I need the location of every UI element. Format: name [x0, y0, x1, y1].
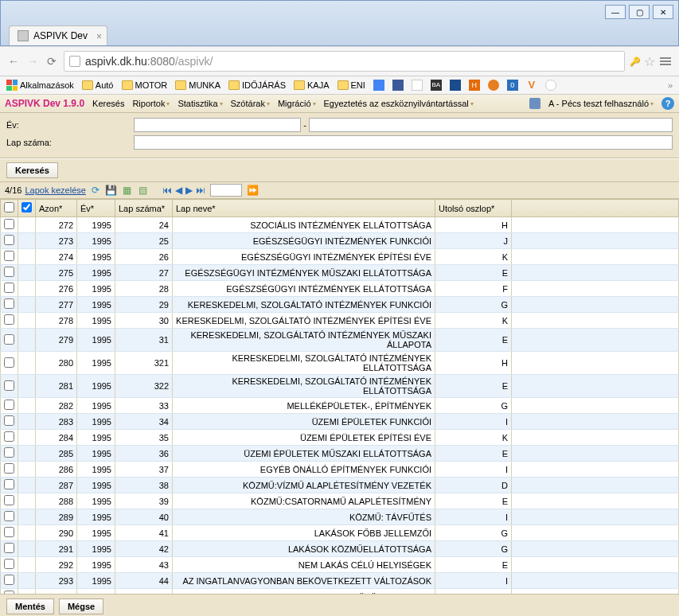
- table-row[interactable]: 293199544AZ INGATLANVAGYONBAN BEKÖVETKEZ…: [1, 573, 679, 589]
- col-ev[interactable]: Év*: [77, 200, 115, 217]
- menu-kereses[interactable]: Keresés: [92, 99, 124, 108]
- ev-from-input[interactable]: [134, 118, 301, 132]
- menu-riportok[interactable]: Riportok▾: [132, 99, 170, 108]
- browser-tab[interactable]: ASPIVK Dev ×: [9, 25, 107, 45]
- bookmark-folder[interactable]: MOTOR: [122, 80, 168, 90]
- address-bar[interactable]: aspivk.dk.hu:8080/aspivk/: [64, 51, 625, 72]
- bm-icon-mail[interactable]: [412, 80, 423, 91]
- lapok-kezelese-link[interactable]: Lapok kezelése: [25, 185, 85, 195]
- row-checkbox[interactable]: [4, 357, 14, 368]
- table-row[interactable]: 278199530KERESKEDELMI, SZOLGÁLTATÓ INTÉZ…: [1, 313, 679, 329]
- prev-page-icon[interactable]: ◀: [174, 185, 184, 196]
- bm-icon-0[interactable]: 0: [507, 80, 518, 91]
- bm-icon-g[interactable]: [373, 80, 384, 91]
- menu-szotarak[interactable]: Szótárak▾: [231, 99, 270, 108]
- bookmark-folder[interactable]: KAJA: [294, 80, 330, 90]
- bookmark-folder[interactable]: ENI: [338, 80, 365, 90]
- table-row[interactable]: 273199525EGÉSZSÉGÜGYI INTÉZMÉNYEK FUNKCI…: [1, 233, 679, 249]
- page-input[interactable]: [210, 184, 242, 197]
- tab-close-icon[interactable]: ×: [96, 31, 102, 42]
- row-checkbox[interactable]: [4, 431, 14, 442]
- bm-icon-ba[interactable]: BA: [431, 80, 442, 91]
- table-row[interactable]: 292199543NEM LAKÁS CÉLÚ HELYISÉGEKE: [1, 557, 679, 573]
- table-row[interactable]: 276199528EGÉSZSÉGÜGYI INTÉZMÉNYEK ELLÁTO…: [1, 281, 679, 297]
- table-row[interactable]: 287199538KÖZMŰ:VÍZMŰ ALAPLÉTESÍTMÉNY VEZ…: [1, 478, 679, 493]
- maximize-button[interactable]: ▢: [629, 5, 650, 19]
- reload-button[interactable]: ⟳: [45, 54, 59, 68]
- table-row[interactable]: 285199536ÜZEMI ÉPÜLETEK MŰSZAKI ELLÁTOTT…: [1, 446, 679, 462]
- row-checkbox[interactable]: [4, 495, 14, 505]
- table-row[interactable]: 274199526EGÉSZSÉGÜGYI INTÉZMÉNYEK ÉPÍTÉS…: [1, 249, 679, 265]
- table-row[interactable]: 2811995322KERESKEDELMI, SZOLGÁLTATÓ INTÉ…: [1, 375, 679, 398]
- row-checkbox[interactable]: [4, 511, 14, 521]
- help-icon[interactable]: ?: [661, 97, 674, 110]
- table-row[interactable]: 279199531KERESKEDELMI, SZOLGÁLTATÓ INTÉZ…: [1, 329, 679, 352]
- row-checkbox[interactable]: [4, 527, 14, 537]
- col-lapszama[interactable]: Lap száma*: [115, 200, 173, 217]
- row-checkbox[interactable]: [4, 251, 14, 261]
- bookmark-folder[interactable]: Autó: [82, 80, 114, 90]
- apps-button[interactable]: Alkalmazások: [6, 80, 74, 91]
- bookmark-star-icon[interactable]: ☆: [644, 54, 655, 69]
- ev-to-input[interactable]: [309, 118, 673, 132]
- row-checkbox[interactable]: [4, 400, 14, 410]
- row-checkbox[interactable]: [4, 235, 14, 245]
- first-page-icon[interactable]: ⏮: [161, 185, 174, 196]
- row-checkbox[interactable]: [4, 575, 14, 585]
- bookmark-folder[interactable]: IDŐJÁRÁS: [228, 80, 286, 90]
- save-button[interactable]: Mentés: [6, 598, 54, 614]
- next-page-icon[interactable]: ▶: [184, 185, 194, 196]
- row-checkbox[interactable]: [4, 380, 14, 391]
- bookmarks-overflow-icon[interactable]: »: [668, 80, 673, 90]
- row-checkbox[interactable]: [4, 479, 14, 489]
- row-checkbox[interactable]: [4, 283, 14, 293]
- table-row[interactable]: 282199533MELLÉKÉPÜLETEK-, ÉPÍTMÉNYEKG: [1, 398, 679, 414]
- table-row[interactable]: 286199537EGYÉB ÖNÁLLÓ ÉPÍTMÉNYEK FUNKCIÓ…: [1, 462, 679, 478]
- row-checkbox[interactable]: [4, 267, 14, 277]
- save-icon[interactable]: 💾: [105, 184, 118, 197]
- close-window-button[interactable]: ✕: [653, 5, 673, 19]
- lap-input[interactable]: [134, 135, 673, 150]
- cancel-button[interactable]: Mégse: [59, 598, 103, 614]
- auth-icon[interactable]: 🔑: [630, 57, 641, 67]
- col-lapneve[interactable]: Lap neve*: [173, 200, 435, 217]
- row-checkbox[interactable]: [4, 559, 14, 569]
- search-button[interactable]: Keresés: [6, 162, 58, 178]
- fast-forward-icon[interactable]: ⏩: [245, 185, 260, 196]
- bm-icon-fb[interactable]: [392, 80, 404, 91]
- bookmark-folder[interactable]: MUNKA: [175, 80, 220, 90]
- last-page-icon[interactable]: ⏭: [194, 185, 207, 196]
- header-checkbox-gray[interactable]: [4, 202, 14, 212]
- menu-migracio[interactable]: Migráció▾: [278, 99, 316, 108]
- header-checkbox-checked[interactable]: [21, 202, 32, 212]
- row-checkbox[interactable]: [4, 314, 14, 325]
- row-checkbox[interactable]: [4, 415, 14, 426]
- row-checkbox[interactable]: [4, 591, 14, 594]
- row-checkbox[interactable]: [4, 334, 14, 345]
- refresh-icon[interactable]: ⟳: [89, 184, 102, 197]
- row-checkbox[interactable]: [4, 463, 14, 474]
- table-row[interactable]: 2801995321KERESKEDELMI, SZOLGÁLTATÓ INTÉ…: [1, 352, 679, 375]
- menu-egyeztetes[interactable]: Egyeztetés az eszköznyilvántartással▾: [324, 99, 474, 108]
- chrome-menu-button[interactable]: [658, 56, 673, 67]
- row-checkbox[interactable]: [4, 447, 14, 458]
- table-row[interactable]: 283199534ÜZEMI ÉPÜLETEK FUNKCIÓII: [1, 414, 679, 430]
- grid-view2-icon[interactable]: ▤: [137, 184, 150, 197]
- col-azon[interactable]: Azon*: [36, 200, 77, 217]
- table-row[interactable]: 272199524SZOCIÁLIS INTÉZMÉNYEK ELLÁTOTTS…: [1, 217, 679, 233]
- row-checkbox[interactable]: [4, 219, 14, 229]
- table-row[interactable]: 290199541LAKÁSOK FŐBB JELLEMZŐIG: [1, 525, 679, 541]
- table-row[interactable]: 275199527EGÉSZSÉGÜGYI INTÉZMÉNYEK MŰSZAK…: [1, 265, 679, 281]
- forward-button[interactable]: →: [25, 54, 40, 68]
- table-row[interactable]: 277199529KERESKEDELMI, SZOLGÁLTATÓ INTÉZ…: [1, 297, 679, 313]
- row-checkbox[interactable]: [4, 298, 14, 309]
- table-row[interactable]: 288199539KÖZMŰ:CSATORNAMŰ ALAPLÉTESÍTMÉN…: [1, 493, 679, 509]
- grid-view1-icon[interactable]: ▦: [121, 184, 134, 197]
- table-row[interactable]: 291199542LAKÁSOK KÖZMŰELLÁTOTTSÁGAG: [1, 541, 679, 557]
- row-checkbox[interactable]: [4, 543, 14, 553]
- menu-statisztika[interactable]: Statisztika▾: [178, 99, 222, 108]
- table-row[interactable]: 284199535ÜZEMI ÉPÜLETEK ÉPÍTÉSI ÉVEK: [1, 430, 679, 446]
- bm-icon-dot[interactable]: [545, 80, 556, 91]
- bm-icon-o1[interactable]: [488, 80, 499, 91]
- bm-icon-px[interactable]: [450, 80, 461, 91]
